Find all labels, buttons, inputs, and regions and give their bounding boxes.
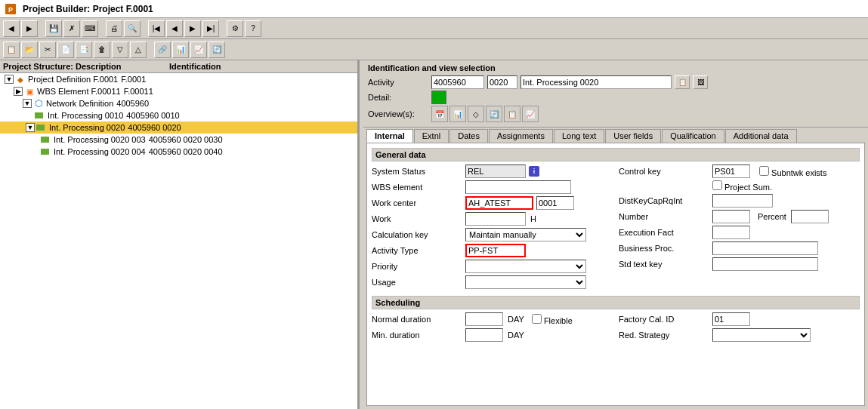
project-sum-checkbox[interactable]: [712, 180, 722, 190]
activity-code-input[interactable]: [431, 75, 484, 89]
tb2-btn11[interactable]: 📈: [190, 42, 207, 58]
min-duration-row: Min. duration DAY: [372, 328, 613, 342]
std-text-key-input[interactable]: [712, 257, 818, 271]
tree-item-proj-def[interactable]: ▼ ◆ Project Definition F.0001 F.0001: [0, 73, 357, 85]
tab-internal[interactable]: Internal: [366, 129, 413, 143]
find-btn[interactable]: 🔍: [124, 20, 141, 37]
tab-extnl[interactable]: Extnl: [414, 129, 449, 143]
usage-row: Usage: [372, 275, 613, 289]
tb2-btn10[interactable]: 📊: [172, 42, 189, 58]
tb2-btn7[interactable]: ▽: [112, 42, 128, 58]
number-input[interactable]: [712, 210, 750, 223]
activity-type-input[interactable]: [465, 244, 526, 257]
work-center-plant-input[interactable]: [536, 196, 574, 210]
overview-buttons: 📅 📊 ◇ 🔄 📋 📈: [431, 106, 539, 122]
normal-duration-input[interactable]: [465, 312, 503, 326]
nav-forward-btn[interactable]: ▶: [21, 20, 38, 37]
tb2-btn8[interactable]: △: [130, 42, 147, 58]
tb2-btn4[interactable]: 📄: [57, 42, 74, 58]
normal-duration-unit: DAY: [508, 315, 524, 324]
form-col-left: System Status i WBS element Work center: [372, 165, 613, 291]
work-input[interactable]: [465, 212, 526, 226]
tb2-btn2[interactable]: 📂: [21, 42, 38, 58]
ov-btn3[interactable]: ◇: [468, 106, 484, 122]
factory-cal-input[interactable]: [712, 312, 750, 326]
normal-duration-label: Normal duration: [372, 315, 462, 324]
left-panel: Project Structure: Description Identific…: [0, 60, 359, 409]
toolbar2: 📋 📂 ✂ 📄 📑 🗑 ▽ △ 🔗 📊 📈 🔄: [0, 39, 868, 60]
tb2-btn1[interactable]: 📋: [3, 42, 20, 58]
ov-btn5[interactable]: 📋: [504, 106, 520, 122]
tb2-btn12[interactable]: 🔄: [209, 42, 225, 58]
help-btn[interactable]: ?: [245, 20, 261, 37]
ov-btn2[interactable]: 📊: [449, 106, 466, 122]
tb2-btn5[interactable]: 📑: [76, 42, 92, 58]
activity-pic-btn[interactable]: 🖼: [693, 75, 708, 89]
percent-input[interactable]: [791, 210, 829, 223]
std-text-key-row: Std text key: [619, 257, 860, 271]
work-center-input[interactable]: [465, 196, 533, 210]
tree-item-int0020[interactable]: ▼ Int. Processing 0020 4005960 0020: [0, 121, 357, 134]
tree-item-wbs[interactable]: ▶ ▣ WBS Element F.00011 F.00011: [0, 85, 357, 97]
ov-btn6[interactable]: 📈: [522, 106, 539, 122]
first-btn[interactable]: |◀: [148, 20, 165, 37]
window-title: Project Builder: Project F.0001: [23, 4, 153, 14]
activity-type-row: Activity Type: [372, 244, 613, 257]
print-btn[interactable]: 🖨: [106, 20, 122, 37]
last-btn[interactable]: ▶|: [202, 20, 219, 37]
tb2-btn3[interactable]: ✂: [39, 42, 56, 58]
priority-row: Priority: [372, 260, 613, 273]
ov-btn1[interactable]: 📅: [431, 106, 448, 122]
activity-num-input[interactable]: [487, 75, 517, 89]
flexible-text: Flexible: [544, 316, 573, 325]
tree-toggle-wbs[interactable]: ▶: [14, 87, 23, 96]
tree-item-net-def[interactable]: ▼ ⬡ Network Definition 4005960: [0, 97, 357, 109]
tree-header-col2: Identification: [169, 62, 221, 71]
settings-btn[interactable]: ⚙: [227, 20, 243, 37]
status-info-icon[interactable]: i: [529, 166, 539, 177]
subntwk-checkbox[interactable]: [759, 166, 769, 176]
tb2-btn9[interactable]: 🔗: [154, 42, 171, 58]
tree-item-int0010[interactable]: Int. Processing 0010 4005960 0010: [0, 109, 357, 121]
prev-btn[interactable]: ◀: [166, 20, 183, 37]
dist-key-input[interactable]: [712, 194, 773, 208]
tree-toggle-int0020[interactable]: ▼: [26, 123, 35, 132]
tree-area[interactable]: ▼ ◆ Project Definition F.0001 F.0001 ▶ ▣…: [0, 73, 357, 409]
flexible-checkbox[interactable]: [532, 314, 542, 324]
scheduling-section: Scheduling Normal duration DAY Flexible: [372, 296, 860, 344]
nav-back-btn[interactable]: ◀: [3, 20, 20, 37]
activity-info-btn[interactable]: 📋: [675, 75, 690, 89]
tab-assignments[interactable]: Assignments: [489, 129, 553, 143]
detail-green-btn[interactable]: [431, 91, 446, 104]
ov-btn4[interactable]: 🔄: [486, 106, 502, 122]
tree-toggle-proj[interactable]: ▼: [5, 75, 14, 84]
system-status-input[interactable]: [465, 165, 526, 178]
command-field-btn[interactable]: ⌨: [82, 20, 98, 37]
form-col-right: Control key Subntwk exists Project Sum.: [619, 165, 860, 291]
business-proc-input[interactable]: [712, 241, 818, 255]
tb2-btn6[interactable]: 🗑: [94, 42, 110, 58]
tab-user-fields[interactable]: User fields: [605, 129, 661, 143]
next-btn[interactable]: ▶: [184, 20, 201, 37]
tree-toggle-net[interactable]: ▼: [23, 99, 32, 108]
task-icon-003: [41, 134, 51, 145]
tree-item-int0020-004[interactable]: Int. Processing 0020 004 4005960 0020 00…: [0, 146, 357, 158]
normal-duration-row: Normal duration DAY Flexible: [372, 312, 613, 326]
min-duration-input[interactable]: [465, 328, 503, 342]
tab-dates[interactable]: Dates: [449, 129, 488, 143]
wbs-element-input[interactable]: [465, 180, 571, 194]
tab-long-text[interactable]: Long text: [554, 129, 604, 143]
save-btn[interactable]: 💾: [45, 20, 62, 37]
activity-desc-input[interactable]: [520, 75, 672, 89]
priority-select[interactable]: [465, 260, 586, 273]
min-duration-unit: DAY: [508, 331, 524, 340]
calc-key-select[interactable]: Maintain manually: [465, 228, 586, 241]
exec-fact-input[interactable]: [712, 226, 750, 239]
tree-item-int0020-003[interactable]: Int. Processing 0020 003 4005960 0020 00…: [0, 134, 357, 146]
tab-additional-data[interactable]: Additional data: [725, 129, 797, 143]
cancel-btn[interactable]: ✗: [63, 20, 80, 37]
control-key-input[interactable]: [712, 165, 750, 178]
red-strategy-select[interactable]: [712, 328, 811, 342]
tab-qualification[interactable]: Qualification: [662, 129, 724, 143]
usage-select[interactable]: [465, 275, 586, 289]
